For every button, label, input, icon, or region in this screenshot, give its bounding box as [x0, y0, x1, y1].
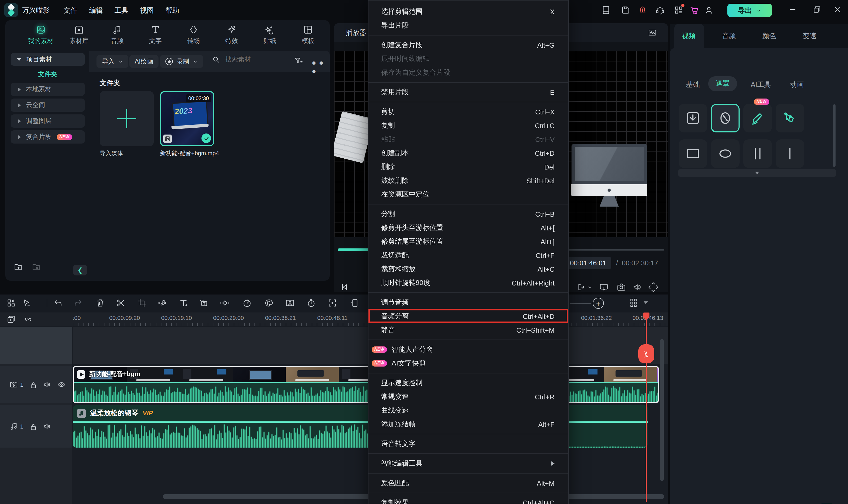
mask-tile-download-mask[interactable]	[679, 104, 707, 132]
subtab-0[interactable]: 基础	[686, 80, 700, 90]
menu-item-显示速度控制[interactable]: 显示速度控制	[368, 376, 568, 390]
menu-item-修剪开头至游标位置[interactable]: 修剪开头至游标位置Alt+[	[368, 221, 568, 235]
ai-paint-button[interactable]: AI绘画	[129, 55, 159, 68]
tab-active-0[interactable]: 视频	[682, 31, 696, 41]
subtab-3[interactable]: 动画	[790, 80, 804, 90]
previous-frame-icon[interactable]	[339, 282, 349, 292]
speed-icon[interactable]	[242, 298, 252, 308]
tab-text[interactable]: 文字	[139, 24, 172, 49]
menu-item-在资源区中定位[interactable]: 在资源区中定位	[368, 187, 568, 201]
import-button[interactable]: 导入	[97, 55, 128, 68]
tab-effects[interactable]: 特效	[215, 24, 248, 49]
snapshot-camera-icon[interactable]	[617, 282, 626, 292]
menubar-item-1[interactable]: 编辑	[89, 6, 103, 15]
menubar-item-0[interactable]: 文件	[64, 6, 77, 15]
track-manager-icon[interactable]	[629, 298, 638, 307]
menubar-item-4[interactable]: 帮助	[166, 6, 179, 15]
collapse-panel-button[interactable]: ❮	[73, 265, 87, 275]
restore-button[interactable]	[813, 5, 821, 14]
tree-item-2[interactable]: 调整图层	[11, 114, 85, 128]
device-preview-icon[interactable]	[350, 298, 360, 308]
menu-item-裁剪和缩放[interactable]: 裁剪和缩放Alt+C	[368, 262, 568, 276]
volume-icon[interactable]	[633, 282, 642, 292]
tab-transition[interactable]: 转场	[177, 24, 210, 49]
apps-grid-icon[interactable]	[674, 5, 683, 15]
menu-item-语音转文字[interactable]: 语音转文字	[368, 437, 568, 451]
player-tab[interactable]: 播放器	[346, 28, 366, 38]
tab-2[interactable]: 颜色	[762, 31, 776, 41]
layout-panels-icon[interactable]	[601, 5, 611, 15]
search-input[interactable]	[224, 55, 274, 64]
menu-item-选择剪辑范围[interactable]: 选择剪辑范围X	[368, 5, 568, 19]
crop-icon[interactable]	[137, 298, 147, 308]
menu-item-复制效果[interactable]: 复制效果Ctrl+Alt+C	[368, 496, 568, 504]
menubar-item-2[interactable]: 工具	[115, 6, 128, 15]
mark-clip-icon[interactable]	[577, 282, 586, 292]
split-scissors-icon[interactable]: ✂	[638, 344, 654, 363]
subtab-1[interactable]: 遮罩	[708, 76, 737, 91]
hide-track-icon[interactable]	[57, 380, 66, 389]
tree-item-3[interactable]: 复合片段NEW	[11, 130, 85, 144]
new-folder-icon[interactable]	[14, 262, 23, 272]
menu-item-智能人声分离[interactable]: NEW智能人声分离	[368, 343, 568, 357]
menu-item-删除[interactable]: 删除Del	[368, 160, 568, 174]
menu-item-智能编辑工具[interactable]: 智能编辑工具	[368, 456, 568, 470]
support-headset-icon[interactable]	[655, 5, 665, 15]
zoom-in-icon[interactable]: +	[593, 298, 604, 309]
folder-link[interactable]: 文件夹	[7, 70, 88, 79]
tab-1[interactable]: 音频	[722, 31, 736, 41]
select-tool-icon[interactable]	[22, 298, 31, 308]
lock-icon[interactable]	[29, 422, 37, 430]
menu-item-禁用片段[interactable]: 禁用片段E	[368, 85, 568, 99]
mute-track-icon[interactable]	[43, 380, 51, 389]
cart-icon[interactable]	[690, 5, 699, 15]
chroma-key-icon[interactable]	[285, 298, 295, 308]
tab-audio[interactable]: 音频	[101, 24, 134, 49]
tab-stock[interactable]: 素材库	[63, 24, 96, 49]
vertical-scrollbar[interactable]	[660, 339, 664, 481]
mask-tile-draw-mask[interactable]	[743, 104, 772, 132]
project-media-header[interactable]: 项目素材	[11, 53, 85, 66]
lock-icon[interactable]	[29, 381, 37, 389]
account-icon[interactable]	[704, 5, 714, 15]
tab-my-media[interactable]: 我的素材	[24, 24, 57, 49]
tab-template[interactable]: 模板	[292, 24, 325, 49]
menu-item-创建副本[interactable]: 创建副本Ctrl+D	[368, 146, 568, 160]
redo-icon[interactable]	[73, 298, 83, 308]
menu-item-常规变速[interactable]: 常规变速Ctrl+R	[368, 390, 568, 403]
collapse-masks-bar[interactable]	[678, 169, 836, 177]
playhead-line[interactable]	[646, 312, 647, 502]
copy-clip-icon[interactable]	[6, 314, 16, 324]
search-box[interactable]	[212, 55, 274, 64]
tab-3[interactable]: 变速	[803, 31, 816, 41]
save-icon[interactable]	[621, 5, 630, 15]
menu-item-创建复合片段[interactable]: 创建复合片段Alt+G	[368, 38, 568, 52]
current-timecode[interactable]: 00:01:46:01	[565, 257, 611, 269]
fullscreen-icon[interactable]	[648, 282, 658, 292]
menu-item-添加冻结帧[interactable]: 添加冻结帧Alt+F	[368, 417, 568, 431]
menu-item-剪切[interactable]: 剪切Ctrl+X	[368, 105, 568, 119]
menu-item-复制[interactable]: 复制Ctrl+C	[368, 119, 568, 132]
layout-blocks-icon[interactable]	[6, 298, 16, 308]
unlink-icon[interactable]	[23, 314, 33, 324]
menu-item-调节音频[interactable]: 调节音频	[368, 295, 568, 309]
menu-item-导出片段[interactable]: 导出片段	[368, 19, 568, 32]
timer-icon[interactable]	[307, 298, 316, 308]
subtab-2[interactable]: AI工具	[751, 80, 771, 90]
text-to-speech-icon[interactable]	[199, 298, 208, 308]
split-icon[interactable]	[116, 298, 125, 308]
mask-tile-rectangle-mask[interactable]	[679, 139, 707, 168]
delete-icon[interactable]	[96, 298, 105, 308]
text-tool-icon[interactable]	[179, 298, 188, 308]
mask-tile-no-mask[interactable]	[711, 104, 740, 132]
tree-item-0[interactable]: 本地素材	[11, 83, 85, 96]
keyframe-icon[interactable]	[220, 298, 229, 308]
menu-item-曲线变速[interactable]: 曲线变速	[368, 403, 568, 417]
tab-sticker[interactable]: 贴纸	[254, 24, 286, 49]
caret-down-icon[interactable]	[644, 301, 648, 304]
minimize-button[interactable]	[789, 5, 797, 14]
color-icon[interactable]	[264, 298, 274, 308]
menu-item-颜色匹配[interactable]: 颜色匹配Alt+M	[368, 476, 568, 490]
motion-track-icon[interactable]	[328, 298, 337, 308]
menu-item-静音[interactable]: 静音Ctrl+Shift+M	[368, 323, 568, 337]
